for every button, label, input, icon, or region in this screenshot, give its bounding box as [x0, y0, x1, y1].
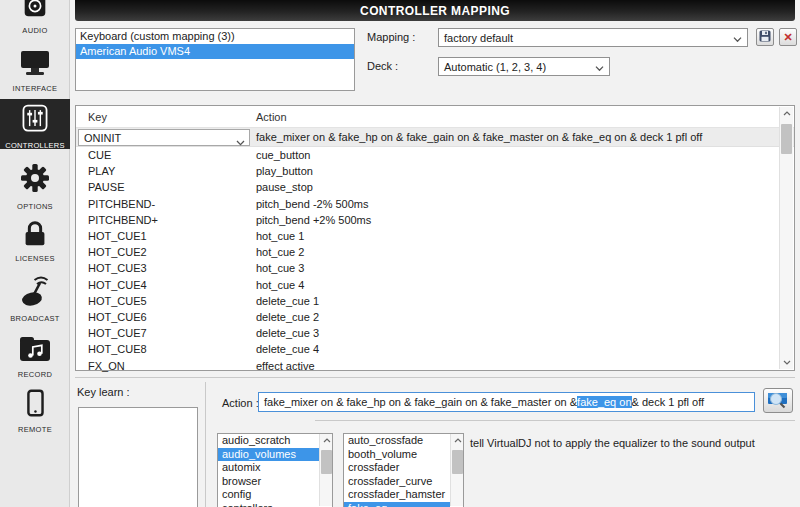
scroll-up-arrow-icon[interactable]: [780, 107, 793, 120]
action-cell: delete_cue 3: [256, 327, 319, 339]
sidebar-item-label: CONTROLLERS: [5, 141, 65, 150]
action-cell: delete_cue 2: [256, 311, 319, 323]
action-name-list[interactable]: auto_crossfadebooth_volumecrossfadercros…: [343, 433, 464, 507]
search-action-button[interactable]: [763, 388, 793, 413]
key-cell: HOT_CUE6: [76, 311, 256, 323]
sidebar-item-remote[interactable]: REMOTE: [0, 389, 70, 434]
list-item[interactable]: audio_scratch: [218, 434, 319, 448]
chevron-down-icon: [733, 32, 742, 44]
table-scrollbar[interactable]: [779, 107, 793, 369]
speaker-icon: [19, 0, 51, 22]
mapping-select[interactable]: factory default: [438, 28, 748, 47]
action-cell: hot_cue 4: [256, 279, 304, 291]
key-cell: HOT_CUE1: [76, 230, 256, 242]
list-item[interactable]: automix: [218, 461, 319, 475]
sidebar-item-interface[interactable]: INTERFACE: [0, 50, 70, 93]
key-select[interactable]: ONINIT: [78, 129, 250, 146]
mapping-value: factory default: [444, 32, 513, 44]
table-row[interactable]: HOT_CUE4hot_cue 4: [76, 277, 794, 293]
table-row[interactable]: HOT_CUE2hot_cue 2: [76, 244, 794, 260]
table-row[interactable]: HOT_CUE7delete_cue 3: [76, 325, 794, 341]
sidebar-item-label: BROADCAST: [10, 314, 59, 323]
scroll-up-arrow-icon[interactable]: [451, 434, 464, 447]
controller-device-list[interactable]: Keyboard (custom mapping (3))American Au…: [75, 28, 355, 91]
sidebar-item-label: LICENSES: [15, 254, 55, 263]
scroll-down-arrow-icon[interactable]: [780, 356, 793, 369]
sidebar-item-licenses[interactable]: LICENSES: [0, 218, 70, 263]
table-row[interactable]: HOT_CUE1hot_cue 1: [76, 228, 794, 244]
table-row[interactable]: HOT_CUE8delete_cue 4: [76, 341, 794, 357]
list-item[interactable]: booth_volume: [344, 448, 450, 462]
table-row[interactable]: PAUSEpause_stop: [76, 179, 794, 195]
list-item[interactable]: browser: [218, 475, 319, 489]
action-column-header: Action: [256, 111, 287, 123]
key-cell: PITCHBEND-: [76, 198, 256, 210]
list-item[interactable]: crossfader: [344, 461, 450, 475]
action-cell: cue_button: [256, 149, 310, 161]
action-list-scrollbar[interactable]: [450, 434, 463, 506]
sidebar-item-label: AUDIO: [22, 26, 47, 35]
sidebar-item-broadcast[interactable]: BROADCAST: [0, 275, 70, 323]
divider: [315, 420, 795, 421]
table-row-selected[interactable]: ONINIT fake_mixer on & fake_hp on & fake…: [76, 128, 794, 147]
table-row[interactable]: CUEcue_button: [76, 147, 794, 163]
list-item[interactable]: crossfader_curve: [344, 475, 450, 489]
list-item[interactable]: Keyboard (custom mapping (3)): [76, 29, 354, 44]
action-cell: delete_cue 1: [256, 295, 319, 307]
action-cell: hot_cue 2: [256, 246, 304, 258]
list-item[interactable]: crossfader_hamster: [344, 488, 450, 502]
key-cell: HOT_CUE5: [76, 295, 256, 307]
key-learn-list[interactable]: [78, 407, 198, 507]
page-header: CONTROLLER MAPPING: [75, 0, 795, 21]
key-learn-label: Key learn :: [77, 386, 130, 398]
action-cell: hot_cue 1: [256, 230, 304, 242]
divider: [205, 382, 206, 507]
sidebar-item-controllers[interactable]: CONTROLLERS: [0, 99, 70, 149]
sidebar-item-record[interactable]: RECORD: [0, 334, 70, 379]
record-folder-icon: [18, 334, 52, 366]
action-input[interactable]: fake_mixer on & fake_hp on & fake_gain o…: [258, 392, 755, 412]
sidebar-item-audio[interactable]: AUDIO: [0, 0, 70, 35]
save-mapping-button[interactable]: [756, 28, 774, 46]
list-item[interactable]: controllers: [218, 502, 319, 507]
delete-mapping-button[interactable]: ✕: [779, 28, 797, 46]
gear-icon: [17, 160, 53, 198]
key-cell: PLAY: [76, 165, 256, 177]
tablet-icon: [19, 389, 51, 421]
list-item[interactable]: fake_eq: [344, 502, 450, 507]
key-cell: HOT_CUE4: [76, 279, 256, 291]
list-item[interactable]: config: [218, 488, 319, 502]
monitor-icon: [18, 50, 52, 80]
key-cell: HOT_CUE7: [76, 327, 256, 339]
table-row[interactable]: PITCHBEND+pitch_bend +2% 500ms: [76, 212, 794, 228]
key-cell: CUE: [76, 149, 256, 161]
scrollbar-thumb[interactable]: [452, 450, 463, 474]
list-item[interactable]: auto_crossfade: [344, 434, 450, 448]
key-cell: PITCHBEND+: [76, 214, 256, 226]
sidebar-item-label: REMOTE: [18, 425, 52, 434]
table-row[interactable]: HOT_CUE6delete_cue 2: [76, 309, 794, 325]
key-cell: HOT_CUE8: [76, 343, 256, 355]
sidebar-item-label: INTERFACE: [13, 84, 58, 93]
key-cell: FX_ON: [76, 360, 256, 372]
sidebar-item-label: RECORD: [18, 370, 52, 379]
table-row[interactable]: PITCHBEND-pitch_bend -2% 500ms: [76, 196, 794, 212]
category-list-scrollbar[interactable]: [319, 434, 332, 506]
scrollbar-thumb[interactable]: [781, 124, 792, 154]
table-header-row: Key Action: [76, 106, 794, 128]
list-item[interactable]: audio_volumes: [218, 448, 319, 462]
table-row[interactable]: HOT_CUE3hot_cue 3: [76, 260, 794, 276]
sidebar-item-options[interactable]: OPTIONS: [0, 160, 70, 211]
table-row[interactable]: FX_ONeffect active: [76, 357, 794, 373]
action-category-list[interactable]: audio_scratchaudio_volumesautomixbrowser…: [217, 433, 333, 507]
save-floppy-icon: [759, 30, 771, 44]
list-item[interactable]: American Audio VMS4: [76, 44, 354, 59]
key-column-header: Key: [76, 111, 256, 123]
key-cell: PAUSE: [76, 181, 256, 193]
deck-select[interactable]: Automatic (1, 2, 3, 4): [438, 57, 610, 76]
scrollbar-thumb[interactable]: [321, 450, 332, 474]
table-row[interactable]: PLAYplay_button: [76, 163, 794, 179]
action-cell: effect active: [256, 360, 315, 372]
scroll-up-arrow-icon[interactable]: [320, 434, 333, 447]
table-row[interactable]: HOT_CUE5delete_cue 1: [76, 293, 794, 309]
